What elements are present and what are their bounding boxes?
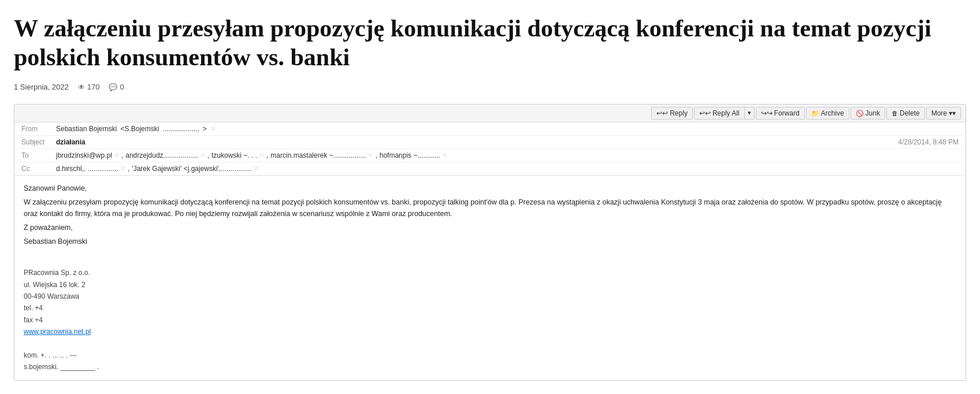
- from-email-suffix: >: [203, 125, 207, 133]
- from-email-dots: ..................,: [162, 125, 199, 133]
- junk-button[interactable]: Junk: [851, 107, 885, 120]
- more-button[interactable]: More ▾: [926, 107, 961, 120]
- cc-list: d.hirschl,. ................ ☆, 'Jarek G…: [56, 165, 259, 173]
- reply-button[interactable]: ↩ Reply: [651, 107, 693, 120]
- forward-button[interactable]: ↪ Forward: [756, 107, 805, 120]
- sig-website-link[interactable]: www.pracownia.net.pl: [24, 328, 91, 336]
- junk-label: Junk: [866, 109, 880, 117]
- reply-all-icon: ↩: [699, 109, 711, 117]
- reply-all-split: ↩ Reply All ▾: [694, 107, 755, 120]
- subject-label: Subject: [21, 138, 56, 146]
- to-recipient-1: jbrudzinski@wp.pl ☆,: [56, 151, 123, 159]
- sig-website[interactable]: www.pracownia.net.pl: [24, 326, 956, 337]
- from-content: Sebastian Bojemski <S.Bojemski .........…: [56, 125, 959, 133]
- forward-icon: ↪: [761, 109, 773, 117]
- to-recipient-3: tzukowski ~. . . ☆,: [211, 151, 268, 159]
- recipient-star-3[interactable]: ☆: [259, 151, 265, 159]
- from-email: <S.Bojemski: [120, 125, 159, 133]
- junk-icon: [856, 109, 864, 117]
- cc-name-1: d.hirschl,. ................: [56, 165, 118, 173]
- reply-icon: ↩: [656, 109, 668, 117]
- archive-button[interactable]: Archive: [806, 107, 849, 120]
- cc-star-1[interactable]: ☆: [120, 165, 126, 172]
- forward-label: Forward: [774, 109, 800, 117]
- article-meta: 1 Sierpnia, 2022 170 0: [14, 83, 966, 91]
- email-paragraph1: W załączeniu przesyłam propozycję komuni…: [24, 196, 956, 220]
- sig-mobile: kom. +. . ... .. . ---: [24, 350, 956, 361]
- email-greeting: Szanowni Panowie,: [24, 183, 956, 194]
- views-count: 170: [87, 83, 100, 91]
- delete-label: Delete: [900, 109, 920, 117]
- views-icon: [78, 83, 85, 91]
- to-recipient-2: andrzejdudz.................. ☆,: [125, 151, 209, 159]
- more-label: More: [931, 109, 947, 117]
- to-list: jbrudzinski@wp.pl ☆, andrzejdudz........…: [56, 151, 448, 159]
- email-closing: Z poważaniem,: [24, 222, 956, 233]
- sig-postal: 00-490 Warszawa: [24, 291, 956, 302]
- recipient-name-1: jbrudzinski@wp.pl: [56, 151, 112, 159]
- email-subject-value: działania: [56, 138, 86, 146]
- email-sender-name: Sebastian Bojemski: [24, 236, 956, 247]
- reply-all-label: Reply All: [712, 109, 740, 117]
- recipient-star-1[interactable]: ☆: [114, 151, 120, 159]
- recipient-name-3: tzukowski ~. . .: [211, 151, 257, 159]
- reply-label: Reply: [670, 109, 688, 117]
- sig-fax: fax +4: [24, 314, 956, 326]
- more-icon: ▾: [949, 109, 956, 117]
- cc-star-2[interactable]: ☆: [254, 165, 259, 172]
- to-recipient-5: hofmanpis ~............ ☆: [380, 151, 448, 159]
- subject-content: działania 4/28/2014, 8:48 PM: [56, 138, 959, 146]
- delete-icon: [892, 109, 898, 117]
- recipient-name-5: hofmanpis ~............: [380, 151, 441, 159]
- email-subject-row: Subject działania 4/28/2014, 8:48 PM: [14, 136, 966, 149]
- email-cc-row: Cc d.hirschl,. ................ ☆, 'Jare…: [14, 162, 966, 175]
- article-views: 170: [78, 83, 100, 91]
- recipient-name-4: marcin.mastalerek ~.................: [270, 151, 366, 159]
- recipient-name-2: andrzejdudz..................: [125, 151, 198, 159]
- article-date: 1 Sierpnia, 2022: [14, 83, 69, 91]
- toolbar-right: ↩ Reply ↩ Reply All ▾ ↪ Forward Arch: [651, 107, 961, 120]
- comments-icon: [109, 83, 117, 91]
- article-comments: 0: [109, 83, 124, 91]
- archive-icon: [811, 109, 819, 117]
- to-recipient-4: marcin.mastalerek ~................. ☆,: [270, 151, 377, 159]
- recipient-star-5[interactable]: ☆: [442, 151, 448, 159]
- to-label: To: [21, 151, 56, 159]
- from-details: Sebastian Bojemski <S.Bojemski .........…: [56, 125, 216, 133]
- email-body: Szanowni Panowie, W załączeniu przesyłam…: [14, 176, 966, 380]
- from-name: Sebastian Bojemski: [56, 125, 117, 133]
- delete-button[interactable]: Delete: [886, 107, 925, 120]
- recipient-star-4[interactable]: ☆: [368, 151, 373, 159]
- cc-recipient-1: d.hirschl,. ................ ☆,: [56, 165, 129, 173]
- email-from-row: From Sebastian Bojemski <S.Bojemski ....…: [14, 122, 966, 136]
- cc-name-2: 'Jarek Gajewski' <j.gajewski',..........…: [132, 165, 251, 173]
- from-label: From: [21, 125, 56, 133]
- article-title: W załączeniu przesyłam propozycję komuni…: [14, 14, 966, 72]
- sig-company: PRacownia Sp. z o.o.: [24, 267, 956, 278]
- email-panel: ↩ Reply ↩ Reply All ▾ ↪ Forward Arch: [14, 104, 966, 381]
- archive-label: Archive: [821, 109, 844, 117]
- sig-tel: tel. +4: [24, 302, 956, 314]
- email-to-row: To jbrudzinski@wp.pl ☆, andrzejdudz.....…: [14, 149, 966, 162]
- email-toolbar: ↩ Reply ↩ Reply All ▾ ↪ Forward Arch: [14, 105, 966, 122]
- sig-email: s.bojemski. _________ .: [24, 361, 956, 373]
- sig-street: ul. Wiejska 16 lok. 2: [24, 279, 956, 291]
- email-signature: PRacownia Sp. z o.o. ul. Wiejska 16 lok.…: [24, 255, 956, 373]
- email-date-sent: 4/28/2014, 8:48 PM: [898, 138, 959, 146]
- from-star-icon[interactable]: ☆: [210, 125, 216, 132]
- page-container: W załączeniu przesyłam propozycję komuni…: [0, 0, 980, 381]
- cc-recipient-2: 'Jarek Gajewski' <j.gajewski',..........…: [132, 165, 259, 173]
- reply-all-dropdown[interactable]: ▾: [745, 107, 754, 118]
- cc-label: Cc: [21, 165, 56, 173]
- reply-all-button[interactable]: ↩ Reply All: [695, 107, 745, 119]
- email-header: From Sebastian Bojemski <S.Bojemski ....…: [14, 122, 966, 176]
- recipient-star-2[interactable]: ☆: [200, 151, 206, 159]
- comments-count: 0: [120, 83, 124, 91]
